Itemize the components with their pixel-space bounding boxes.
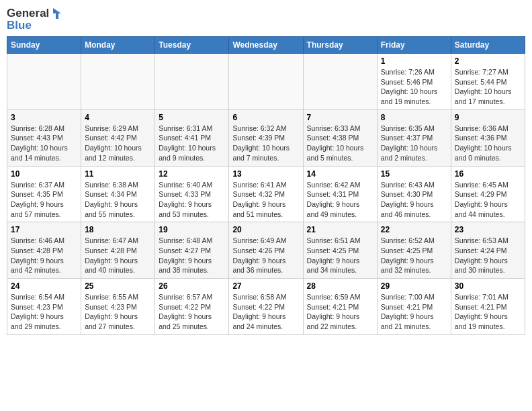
week-row-4: 24Sunrise: 6:54 AM Sunset: 4:23 PM Dayli… — [7, 279, 525, 335]
header-day-tuesday: Tuesday — [155, 37, 229, 54]
day-number: 10 — [11, 169, 77, 179]
day-number: 28 — [307, 281, 373, 291]
header-day-monday: Monday — [81, 37, 155, 54]
day-cell: 28Sunrise: 6:59 AM Sunset: 4:21 PM Dayli… — [303, 279, 377, 335]
day-info: Sunrise: 7:01 AM Sunset: 4:21 PM Dayligh… — [455, 292, 521, 332]
week-row-3: 17Sunrise: 6:46 AM Sunset: 4:28 PM Dayli… — [7, 222, 525, 279]
day-info: Sunrise: 6:57 AM Sunset: 4:22 PM Dayligh… — [159, 292, 225, 332]
day-cell: 10Sunrise: 6:37 AM Sunset: 4:35 PM Dayli… — [7, 166, 81, 222]
day-info: Sunrise: 6:48 AM Sunset: 4:27 PM Dayligh… — [159, 236, 225, 275]
day-cell — [155, 54, 229, 110]
day-info: Sunrise: 6:58 AM Sunset: 4:22 PM Dayligh… — [232, 292, 299, 332]
day-cell: 23Sunrise: 6:53 AM Sunset: 4:24 PM Dayli… — [451, 222, 525, 279]
day-info: Sunrise: 6:31 AM Sunset: 4:41 PM Dayligh… — [159, 124, 225, 163]
week-row-2: 10Sunrise: 6:37 AM Sunset: 4:35 PM Dayli… — [7, 166, 525, 222]
day-number: 20 — [232, 225, 299, 234]
day-info: Sunrise: 7:26 AM Sunset: 5:46 PM Dayligh… — [381, 67, 447, 107]
day-number: 29 — [381, 281, 447, 291]
day-cell: 20Sunrise: 6:49 AM Sunset: 4:26 PM Dayli… — [229, 222, 303, 279]
day-number: 23 — [455, 225, 521, 234]
day-info: Sunrise: 6:49 AM Sunset: 4:26 PM Dayligh… — [232, 236, 299, 275]
header-day-saturday: Saturday — [451, 37, 525, 54]
day-cell: 14Sunrise: 6:42 AM Sunset: 4:31 PM Dayli… — [303, 166, 377, 222]
logo-arrow-icon — [50, 7, 64, 20]
logo-general-text: General — [7, 7, 49, 20]
day-info: Sunrise: 6:55 AM Sunset: 4:23 PM Dayligh… — [85, 292, 151, 332]
header-day-wednesday: Wednesday — [229, 37, 303, 54]
day-info: Sunrise: 7:27 AM Sunset: 5:44 PM Dayligh… — [455, 67, 521, 107]
day-cell: 19Sunrise: 6:48 AM Sunset: 4:27 PM Dayli… — [155, 222, 229, 279]
day-cell: 8Sunrise: 6:35 AM Sunset: 4:37 PM Daylig… — [377, 109, 451, 166]
day-info: Sunrise: 6:37 AM Sunset: 4:35 PM Dayligh… — [11, 180, 77, 220]
day-number: 3 — [11, 113, 77, 122]
day-number: 30 — [455, 281, 521, 291]
day-info: Sunrise: 6:41 AM Sunset: 4:32 PM Dayligh… — [232, 180, 299, 220]
day-info: Sunrise: 6:40 AM Sunset: 4:33 PM Dayligh… — [159, 180, 225, 220]
day-info: Sunrise: 6:54 AM Sunset: 4:23 PM Dayligh… — [11, 292, 77, 332]
day-number: 25 — [85, 281, 151, 291]
day-cell: 25Sunrise: 6:55 AM Sunset: 4:23 PM Dayli… — [81, 279, 155, 335]
day-cell: 26Sunrise: 6:57 AM Sunset: 4:22 PM Dayli… — [155, 279, 229, 335]
day-info: Sunrise: 6:43 AM Sunset: 4:30 PM Dayligh… — [381, 180, 447, 220]
day-info: Sunrise: 6:35 AM Sunset: 4:37 PM Dayligh… — [381, 124, 447, 163]
day-number: 4 — [85, 113, 151, 122]
page-header: General Blue — [7, 7, 525, 32]
day-cell — [7, 54, 81, 110]
calendar-table: SundayMondayTuesdayWednesdayThursdayFrid… — [7, 36, 525, 335]
day-cell: 13Sunrise: 6:41 AM Sunset: 4:32 PM Dayli… — [229, 166, 303, 222]
header-day-friday: Friday — [377, 37, 451, 54]
day-number: 8 — [381, 113, 447, 122]
header-row: SundayMondayTuesdayWednesdayThursdayFrid… — [7, 37, 525, 54]
day-number: 5 — [159, 113, 225, 122]
day-number: 15 — [381, 169, 447, 179]
day-info: Sunrise: 6:28 AM Sunset: 4:43 PM Dayligh… — [11, 124, 77, 163]
day-info: Sunrise: 6:38 AM Sunset: 4:34 PM Dayligh… — [85, 180, 151, 220]
day-number: 17 — [11, 225, 77, 234]
day-cell: 18Sunrise: 6:47 AM Sunset: 4:28 PM Dayli… — [81, 222, 155, 279]
day-info: Sunrise: 6:53 AM Sunset: 4:24 PM Dayligh… — [455, 236, 521, 275]
day-number: 16 — [455, 169, 521, 179]
day-info: Sunrise: 6:42 AM Sunset: 4:31 PM Dayligh… — [307, 180, 373, 220]
day-info: Sunrise: 6:45 AM Sunset: 4:29 PM Dayligh… — [455, 180, 521, 220]
day-number: 21 — [307, 225, 373, 234]
day-cell — [81, 54, 155, 110]
day-cell: 2Sunrise: 7:27 AM Sunset: 5:44 PM Daylig… — [451, 54, 525, 110]
day-number: 27 — [232, 281, 299, 291]
day-cell: 22Sunrise: 6:52 AM Sunset: 4:25 PM Dayli… — [377, 222, 451, 279]
day-number: 26 — [159, 281, 225, 291]
day-cell: 1Sunrise: 7:26 AM Sunset: 5:46 PM Daylig… — [377, 54, 451, 110]
day-number: 13 — [232, 169, 299, 179]
day-number: 18 — [85, 225, 151, 234]
day-cell: 5Sunrise: 6:31 AM Sunset: 4:41 PM Daylig… — [155, 109, 229, 166]
day-number: 6 — [232, 113, 299, 122]
day-cell — [303, 54, 377, 110]
day-info: Sunrise: 6:33 AM Sunset: 4:38 PM Dayligh… — [307, 124, 373, 163]
day-number: 7 — [307, 113, 373, 122]
day-cell: 15Sunrise: 6:43 AM Sunset: 4:30 PM Dayli… — [377, 166, 451, 222]
day-number: 11 — [85, 169, 151, 179]
day-info: Sunrise: 6:52 AM Sunset: 4:25 PM Dayligh… — [381, 236, 447, 275]
day-number: 14 — [307, 169, 373, 179]
day-number: 22 — [381, 225, 447, 234]
day-cell — [229, 54, 303, 110]
day-number: 1 — [381, 56, 447, 66]
day-number: 9 — [455, 113, 521, 122]
day-info: Sunrise: 6:32 AM Sunset: 4:39 PM Dayligh… — [232, 124, 299, 163]
day-cell: 12Sunrise: 6:40 AM Sunset: 4:33 PM Dayli… — [155, 166, 229, 222]
day-cell: 9Sunrise: 6:36 AM Sunset: 4:36 PM Daylig… — [451, 109, 525, 166]
calendar-header: SundayMondayTuesdayWednesdayThursdayFrid… — [7, 37, 525, 54]
day-cell: 7Sunrise: 6:33 AM Sunset: 4:38 PM Daylig… — [303, 109, 377, 166]
calendar-body: 1Sunrise: 7:26 AM Sunset: 5:46 PM Daylig… — [7, 54, 525, 335]
day-number: 24 — [11, 281, 77, 291]
day-info: Sunrise: 6:51 AM Sunset: 4:25 PM Dayligh… — [307, 236, 373, 275]
day-cell: 4Sunrise: 6:29 AM Sunset: 4:42 PM Daylig… — [81, 109, 155, 166]
day-info: Sunrise: 6:47 AM Sunset: 4:28 PM Dayligh… — [85, 236, 151, 275]
day-cell: 27Sunrise: 6:58 AM Sunset: 4:22 PM Dayli… — [229, 279, 303, 335]
day-info: Sunrise: 6:36 AM Sunset: 4:36 PM Dayligh… — [455, 124, 521, 163]
day-cell: 21Sunrise: 6:51 AM Sunset: 4:25 PM Dayli… — [303, 222, 377, 279]
week-row-1: 3Sunrise: 6:28 AM Sunset: 4:43 PM Daylig… — [7, 109, 525, 166]
logo: General Blue — [7, 7, 64, 32]
day-cell: 16Sunrise: 6:45 AM Sunset: 4:29 PM Dayli… — [451, 166, 525, 222]
day-info: Sunrise: 6:46 AM Sunset: 4:28 PM Dayligh… — [11, 236, 77, 275]
day-number: 12 — [159, 169, 225, 179]
